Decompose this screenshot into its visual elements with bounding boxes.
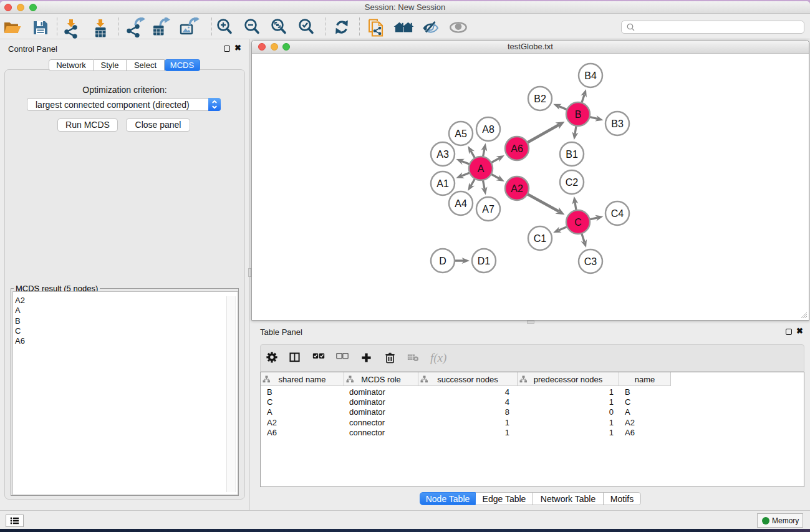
svg-text:A: A <box>478 163 485 174</box>
svg-text:B3: B3 <box>611 118 624 129</box>
svg-text:C3: C3 <box>584 256 597 267</box>
svg-text:B1: B1 <box>566 149 578 160</box>
svg-text:C2: C2 <box>566 177 579 188</box>
svg-text:C1: C1 <box>534 233 547 244</box>
svg-text:D: D <box>439 256 446 266</box>
svg-text:C: C <box>574 217 582 228</box>
svg-text:A8: A8 <box>482 124 494 135</box>
svg-text:A1: A1 <box>436 178 449 189</box>
svg-text:A2: A2 <box>511 183 523 194</box>
svg-text:D1: D1 <box>478 256 491 266</box>
svg-text:B4: B4 <box>584 70 597 81</box>
svg-text:A4: A4 <box>455 198 467 209</box>
svg-text:B2: B2 <box>534 94 546 104</box>
svg-text:C4: C4 <box>611 208 624 219</box>
svg-text:A3: A3 <box>436 149 449 160</box>
svg-text:A5: A5 <box>455 128 467 139</box>
svg-text:B: B <box>575 109 582 120</box>
svg-text:A6: A6 <box>511 143 523 154</box>
svg-text:A7: A7 <box>482 204 494 215</box>
